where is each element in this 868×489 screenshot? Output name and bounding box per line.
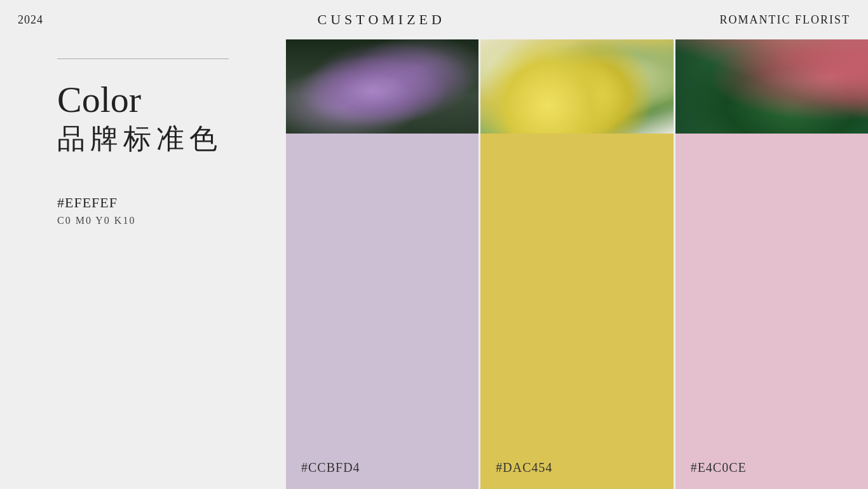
color-title-en: Color	[57, 79, 268, 120]
bg-color-hex: #EFEFEF	[57, 195, 268, 211]
hex-label-purple: #CCBFD4	[301, 460, 360, 475]
photo-yellow	[480, 39, 673, 134]
hex-label-yellow: #DAC454	[496, 460, 552, 475]
brand-label: ROMANTIC FLORIST	[719, 13, 850, 27]
swatch-col-purple: #CCBFD4	[286, 39, 480, 489]
swatch-col-yellow: #DAC454	[480, 39, 675, 489]
divider	[57, 59, 229, 59]
hex-label-pink: #E4C0CE	[691, 460, 747, 475]
color-swatch-purple: #CCBFD4	[286, 134, 478, 489]
color-swatch-yellow: #DAC454	[480, 134, 673, 489]
year-label: 2024	[18, 13, 43, 27]
left-panel: Color 品牌标准色 #EFEFEF C0 M0 Y0 K10	[0, 39, 286, 489]
page-header: 2024 CUSTOMIZED ROMANTIC FLORIST	[0, 0, 868, 39]
photo-pink	[675, 39, 868, 134]
title-label: CUSTOMIZED	[318, 11, 445, 28]
color-swatch-pink: #E4C0CE	[675, 134, 868, 489]
bg-color-cmyk: C0 M0 Y0 K10	[57, 215, 268, 226]
swatch-col-pink: #E4C0CE	[675, 39, 868, 489]
photo-purple	[286, 39, 478, 134]
swatches-panel: #CCBFD4 #DAC454 #E4C0CE	[286, 39, 868, 489]
color-title-zh: 品牌标准色	[57, 123, 268, 156]
